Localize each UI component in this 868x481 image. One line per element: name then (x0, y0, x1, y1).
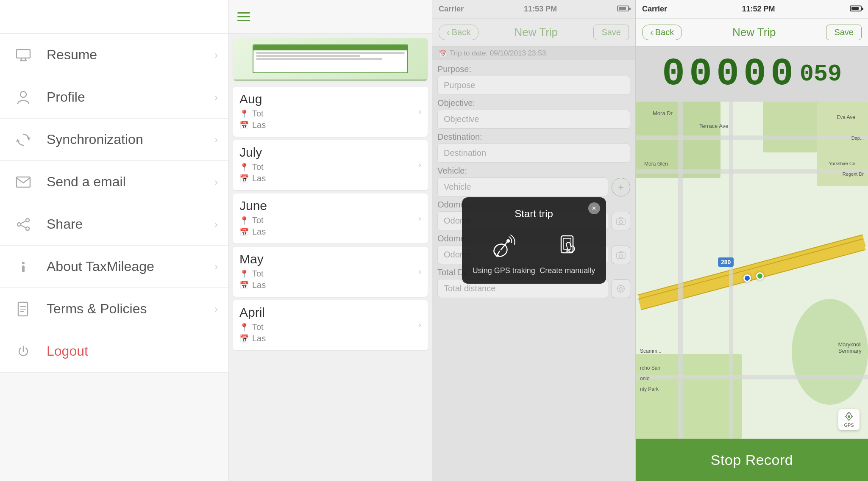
time-4: 11:52 PM (742, 5, 775, 14)
document-icon (13, 299, 34, 320)
manual-create-option[interactable]: Create manually (540, 228, 595, 275)
chevron-right-icon: › (214, 303, 218, 315)
chevron-right-icon: › (214, 176, 218, 188)
trip-featured-card[interactable] (233, 38, 428, 80)
about-label: About TaxMileage (47, 259, 154, 274)
chevron-right-icon: › (418, 266, 421, 277)
card-thumbnail (253, 44, 408, 74)
svg-rect-5 (17, 177, 30, 187)
menu-panel: Resume › Profile › Synchronization › (0, 0, 229, 481)
last-text: Las (252, 280, 266, 290)
map-label-road1: Mora Dr (653, 110, 673, 116)
location-dot-blue (743, 274, 751, 282)
menu-item-synchronization[interactable]: Synchronization › (0, 119, 228, 161)
total-text: Tot (252, 216, 264, 225)
maryknoll-label: MaryknollSeminary (838, 341, 862, 354)
calendar-icon: 📅 (239, 334, 249, 343)
battery-4 (850, 5, 862, 14)
calendar-icon: 📅 (239, 281, 249, 290)
stop-record-label: Stop Record (711, 452, 793, 468)
odometer-digit-4: 0 (771, 55, 793, 93)
chevron-right-icon: › (418, 160, 421, 171)
list-item[interactable]: May 📍 Tot 📅 Las › (233, 247, 428, 297)
trip-list-scroll: Aug 📍 Tot 📅 Las › July 📍 Tot 📅 Las › (229, 85, 432, 481)
calendar-icon: 📅 (239, 227, 249, 237)
back-button-4[interactable]: ‹ Back (642, 25, 682, 40)
modal-options: Using GPS traking C (470, 228, 598, 275)
street-v-1 (678, 102, 683, 439)
trip-last: 📅 Las (239, 174, 421, 183)
chevron-right-icon: › (418, 213, 421, 224)
manual-option-label: Create manually (540, 266, 595, 275)
map-label-regent: Regent Dr (843, 171, 864, 177)
map-label-mora-glen: Mora Glen (644, 161, 668, 167)
pin-icon: 📍 (239, 163, 249, 172)
list-item[interactable]: July 📍 Tot 📅 Las › (233, 140, 428, 190)
menu-header (0, 0, 228, 34)
menu-item-share[interactable]: Share › (0, 203, 228, 246)
pin-icon: 📍 (239, 109, 249, 119)
map-label-nty: nty Park (640, 386, 659, 392)
last-text: Las (252, 334, 266, 343)
chevron-right-icon: › (214, 134, 218, 146)
month-name: July (239, 145, 421, 160)
back-chevron-icon-4: ‹ (650, 28, 653, 37)
odometer-decimal: 059 (800, 61, 842, 88)
menu-item-terms[interactable]: Terms & Policies › (0, 288, 228, 330)
stop-record-button[interactable]: Stop Record (636, 439, 868, 481)
back-label-4: Back (655, 28, 674, 37)
hamburger-icon[interactable] (237, 12, 250, 21)
list-item[interactable]: Aug 📍 Tot 📅 Las › (233, 87, 428, 137)
trip-total: 📍 Tot (239, 109, 421, 119)
envelope-icon (13, 171, 34, 193)
menu-item-logout[interactable]: Logout (0, 330, 228, 373)
odometer-display: 0 0 0 0 0 059 (636, 47, 868, 102)
resume-label: Resume (47, 47, 97, 63)
chevron-right-icon: › (214, 261, 218, 273)
month-name: April (239, 305, 421, 320)
power-icon (13, 341, 34, 362)
odometer-digit-2: 0 (716, 55, 739, 93)
svg-rect-0 (17, 50, 30, 58)
trip-last: 📅 Las (239, 334, 421, 343)
list-header (229, 0, 432, 34)
svg-point-8 (26, 227, 29, 230)
total-text: Tot (252, 162, 264, 172)
menu-item-profile[interactable]: Profile › (0, 76, 228, 119)
calendar-icon: 📅 (239, 174, 249, 183)
svg-line-10 (21, 225, 26, 228)
list-item[interactable]: June 📍 Tot 📅 Las › (233, 194, 428, 243)
battery-icon-4 (850, 6, 862, 11)
list-item[interactable]: April 📍 Tot 📅 Las › (233, 300, 428, 350)
pin-icon: 📍 (239, 216, 249, 225)
month-name: Aug (239, 92, 421, 106)
map-label-rancho: rcho San (640, 365, 660, 371)
last-text: Las (252, 120, 266, 130)
new-trip-form-panel: Carrier 11:53 PM ‹ Back New Trip Save 📅 … (432, 0, 636, 481)
person-icon (13, 87, 34, 108)
street-h-1 (636, 135, 868, 140)
gps-tracking-option[interactable]: Using GPS traking (473, 228, 535, 275)
send-email-label: Send a email (47, 174, 126, 190)
map-label-yorkshire: Yorkshire Cir (829, 161, 855, 166)
map-label-road2: Terrace Ave (699, 123, 728, 129)
save-button-4[interactable]: Save (826, 25, 862, 40)
trip-card-image (233, 38, 428, 80)
map-view[interactable]: Mora Dr Terrace Ave Eva Ave Dap... Mora … (636, 102, 868, 439)
menu-item-send-email[interactable]: Send a email › (0, 161, 228, 203)
chevron-right-icon: › (418, 106, 421, 117)
trip-total: 📍 Tot (239, 162, 421, 172)
menu-item-resume[interactable]: Resume › (0, 34, 228, 76)
month-name: May (239, 252, 421, 266)
share-label: Share (47, 216, 83, 232)
gps-center-button[interactable]: GPS (838, 409, 860, 430)
total-text: Tot (252, 269, 264, 279)
trip-last: 📅 Las (239, 280, 421, 290)
map-label-scamm: Scamm... (640, 348, 662, 354)
odometer-digit-3: 0 (743, 55, 766, 93)
menu-spacer (0, 373, 228, 481)
chevron-right-icon: › (214, 218, 218, 230)
svg-point-4 (20, 91, 26, 97)
menu-item-about[interactable]: About TaxMileage › (0, 246, 228, 288)
modal-close-button[interactable]: × (588, 202, 600, 214)
